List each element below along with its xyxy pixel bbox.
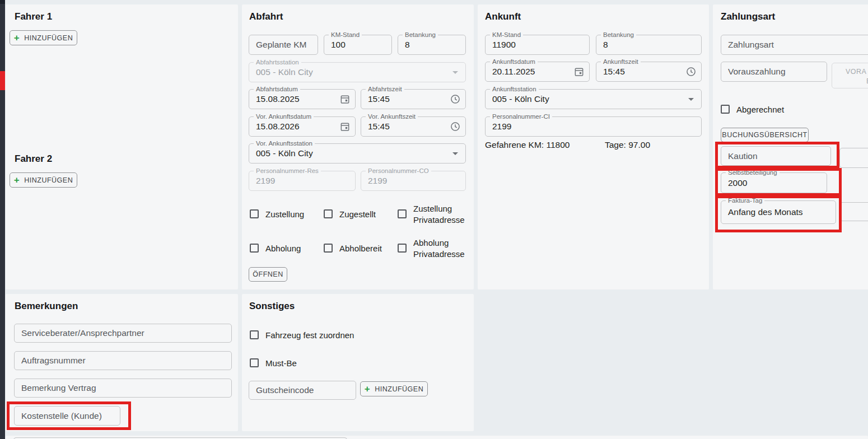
zahlungsart-input[interactable]	[721, 35, 868, 54]
vor-ankunftsstation-select[interactable]: Vor. Ankunftsstation 005 - Köln City	[249, 143, 466, 164]
ankunftsstation-select[interactable]: Ankunftsstation 005 - Köln City	[485, 89, 702, 109]
fahrer2-add-button[interactable]: + HINZUFÜGEN	[10, 172, 77, 188]
gutschein-add-button[interactable]: + HINZUFÜGEN	[360, 381, 428, 396]
vorauszahlung-button-line1: VORA	[846, 68, 866, 76]
serviceberater-field[interactable]	[14, 324, 232, 343]
vorauszahlung-input[interactable]	[721, 62, 827, 81]
abfahrtszeit-field[interactable]: Abfahrtszeit	[361, 89, 466, 109]
ankunftsdatum-input[interactable]	[486, 62, 589, 81]
zahlungsart-field[interactable]	[721, 35, 868, 55]
zahlungsart-title: Zahlungsart	[721, 11, 775, 22]
ankunft-betankung-field[interactable]: Betankung	[596, 35, 702, 55]
personalnummer-co-field[interactable]: Personalnummer-CO	[361, 171, 466, 191]
ankunft-betankung-input[interactable]	[596, 35, 701, 54]
plus-icon: +	[365, 384, 370, 394]
gutscheincode-input[interactable]	[249, 381, 356, 399]
zugestellt-checkbox[interactable]	[324, 209, 333, 218]
kaution-field[interactable]	[721, 146, 831, 166]
abgerechnet-label: Abgerechnet	[736, 105, 784, 114]
bemerkung-vertrag-field[interactable]	[14, 379, 232, 398]
tage-stat: Tage: 97.00	[605, 140, 650, 150]
oeffnen-button[interactable]: ÖFFNEN	[249, 267, 287, 282]
bemerkung-vertrag-input[interactable]	[15, 379, 231, 397]
chevron-down-icon	[452, 71, 458, 74]
vor-ankunftsdatum-input[interactable]	[249, 117, 355, 136]
personalnummer-co-input[interactable]	[361, 171, 465, 190]
selbstbeteiligung-input[interactable]	[721, 173, 827, 193]
sidebar-active-marker	[0, 71, 5, 90]
sonstiges-title: Sonstiges	[249, 301, 295, 312]
buchungsuebersicht-button[interactable]: BUCHUNGSÜBERSICHT	[721, 128, 809, 142]
booking-form-screen: Fahrer 1 + HINZUFÜGEN Fahrer 2 + HINZUFÜ…	[0, 0, 868, 439]
abholung-privatadresse-checkbox[interactable]	[398, 244, 407, 253]
kaution-input[interactable]	[721, 147, 830, 165]
abholung-privatadresse-label: Abholung Privatadresse	[413, 237, 477, 260]
abfahrt-betankung-field[interactable]: Betankung	[398, 35, 466, 55]
abfahrtszeit-input[interactable]	[361, 90, 465, 109]
chevron-down-icon	[452, 152, 458, 155]
serviceberater-input[interactable]	[15, 324, 231, 342]
ankunftszeit-input[interactable]	[596, 62, 701, 81]
faktura-tag-field[interactable]: Faktura-Tag Anfang des Monats	[721, 200, 836, 224]
fahrzeug-fest-zuordnen-checkbox[interactable]	[250, 330, 259, 339]
vorauszahlung-field[interactable]	[721, 62, 827, 82]
fahrer1-add-label: HINZUFÜGEN	[24, 34, 73, 42]
must-be-label: Must-Be	[265, 358, 297, 368]
ankunft-km-stand-field[interactable]: KM-Stand	[485, 35, 590, 55]
cutoff-field-right-1[interactable]	[839, 148, 868, 168]
sidebar-top-segment	[0, 0, 5, 4]
vor-ankunftszeit-input[interactable]	[361, 117, 465, 136]
bemerkungen-title: Bemerkungen	[15, 301, 78, 312]
auftragsnummer-field[interactable]	[14, 351, 232, 370]
kostenstelle-field[interactable]	[14, 406, 120, 426]
abfahrtsdatum-field[interactable]: Abfahrtsdatum	[249, 89, 356, 109]
personalnummer-ci-input[interactable]	[486, 117, 701, 136]
ankunftsdatum-field[interactable]: Ankunftsdatum	[485, 62, 590, 82]
abholung-checkbox[interactable]	[250, 244, 259, 253]
ankunftszeit-field[interactable]: Ankunftszeit	[596, 62, 702, 82]
abfahrtsstation-select[interactable]: Abfahrtsstation 005 - Köln City	[249, 62, 466, 82]
zustellung-label: Zustellung	[265, 209, 304, 219]
panel-below-fold	[6, 436, 868, 439]
chevron-down-icon	[688, 98, 694, 101]
panel-sonstiges: Sonstiges Fahrzeug fest zuordnen Must-Be…	[242, 294, 474, 431]
ankunftsstation-value: 005 - Köln City	[486, 90, 685, 109]
plus-icon: +	[14, 33, 20, 43]
panel-fahrer: Fahrer 1 + HINZUFÜGEN Fahrer 2 + HINZUFÜ…	[6, 4, 238, 289]
abholung-label: Abholung	[265, 244, 301, 253]
fahrer1-add-button[interactable]: + HINZUFÜGEN	[10, 30, 77, 45]
vor-ankunftszeit-field[interactable]: Vor. Ankunftszeit	[361, 116, 466, 137]
geplante-km-field[interactable]	[249, 35, 318, 55]
must-be-checkbox[interactable]	[250, 358, 259, 367]
abholbereit-label: Abholbereit	[339, 244, 382, 253]
vorauszahlung-button[interactable]: VORA E	[832, 63, 868, 88]
zugestellt-label: Zugestellt	[339, 209, 376, 219]
abgerechnet-checkbox[interactable]	[721, 105, 730, 114]
personalnummer-res-input[interactable]	[249, 171, 355, 190]
abfahrt-km-stand-field[interactable]: KM-Stand	[324, 35, 392, 55]
oeffnen-label: ÖFFNEN	[253, 270, 283, 278]
auftragsnummer-input[interactable]	[15, 352, 231, 370]
abfahrt-betankung-input[interactable]	[398, 35, 465, 54]
fahrer2-title: Fahrer 2	[15, 153, 52, 165]
panel-abfahrt: Abfahrt KM-Stand Betankung Abfahrtsstati…	[242, 4, 474, 289]
zustellung-checkbox[interactable]	[250, 209, 259, 218]
abfahrt-km-stand-input[interactable]	[324, 35, 391, 54]
cutoff-field-right-2[interactable]	[839, 202, 868, 221]
gefahrene-km-stat: Gefahrene KM: 11800	[485, 140, 570, 150]
abfahrt-title: Abfahrt	[249, 11, 283, 22]
abfahrtsdatum-input[interactable]	[249, 90, 355, 109]
personalnummer-ci-field[interactable]: Personalnummer-CI	[485, 116, 702, 137]
vor-ankunftsdatum-field[interactable]: Vor. Ankunftsdatum	[249, 116, 356, 137]
ankunft-km-stand-input[interactable]	[486, 35, 589, 54]
zustellung-privatadresse-checkbox[interactable]	[398, 209, 407, 218]
selbstbeteiligung-field[interactable]: Selbstbeteiligung	[721, 172, 827, 193]
kostenstelle-input[interactable]	[15, 407, 120, 425]
geplante-km-input[interactable]	[249, 35, 318, 54]
abholbereit-checkbox[interactable]	[324, 244, 333, 253]
panel-bemerkungen: Bemerkungen	[6, 294, 238, 431]
vor-ankunftsstation-value: 005 - Köln City	[249, 144, 450, 163]
gutscheincode-field[interactable]	[249, 381, 356, 400]
personalnummer-res-field[interactable]: Personalnummer-Res	[249, 171, 356, 191]
panel-zahlungsart: Zahlungsart VORA E Abgerechnet BUCHUNGSÜ…	[713, 4, 868, 289]
